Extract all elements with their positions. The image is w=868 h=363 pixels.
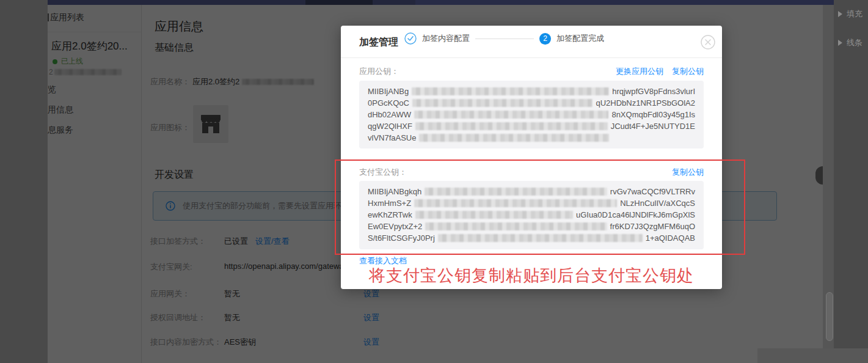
step-connector [475,38,534,39]
copy-app-key-link[interactable]: 复制公钥 [672,66,704,77]
redacted-block [419,134,609,142]
step1-check-icon [404,32,417,45]
triangle-expand-icon [838,11,842,17]
key-text: vlVN7faASUe [368,132,416,144]
topbar-segment-light [415,0,834,5]
key-text: JCudt4F+Je5NUTYD1E [611,120,695,132]
key-text: qU2HDbNz1NR1PSbGOlA2 [596,97,695,109]
modal-title: 加签管理 [359,36,398,49]
modal-header: 加签管理 加签内容配置 2 加签配置完成 [341,26,722,58]
browser-window: 应用列表 应用2.0签约20... 已上线 2 览 用信息 息服务 应用信息 基… [48,0,834,363]
key-text: dHb02AWW [368,109,411,120]
annotation-tool-backdrop: 应用列表 应用2.0签约20... 已上线 2 览 用信息 息服务 应用信息 基… [0,0,868,363]
fill-label: 填充 [847,9,863,20]
step2-label: 加签配置完成 [556,33,604,44]
tool-panel-line[interactable]: 线条 [838,37,863,48]
key-text: MIIBIjANBg [368,86,409,97]
key-text: qgW2QlHXF [368,120,412,132]
change-app-key-link[interactable]: 更换应用公钥 [616,66,663,77]
scrollbar-thumb[interactable] [826,292,833,341]
step2-badge: 2 [539,33,551,45]
key-text: hrqjwpfGV8pFdns3vlurI [612,86,695,97]
step-indicator: 加签内容配置 2 加签配置完成 [404,32,604,45]
red-highlight-rect [335,160,745,255]
tool-panel-fill[interactable]: 填充 [838,9,863,20]
key-text: 8nXQmqbFdl03y45g1Is [611,109,695,120]
app-key-label: 应用公钥： [359,66,399,77]
browser-topbar [48,0,834,5]
red-annotation-caption: 将支付宝公钥复制粘贴到后台支付宝公钥处 [329,265,734,287]
line-label: 线条 [847,37,863,48]
app-key-textarea[interactable]: MIIBIjANBghrqjwpfGV8pFdns3vlurI 0PGcKQoC… [359,81,704,148]
key-text: 0PGcKQoC [368,97,409,109]
close-icon[interactable] [700,34,716,50]
tool-tooltip-panel [757,348,868,363]
floating-helper-button[interactable] [815,166,823,185]
topbar-segment-dark [305,0,373,5]
redacted-block [412,87,609,95]
triangle-expand-icon [838,40,842,46]
step1-label: 加签内容配置 [422,33,470,44]
redacted-block [415,122,608,130]
redacted-block [412,99,593,107]
redacted-block [414,111,608,119]
app-key-row: 应用公钥： 更换应用公钥 复制公钥 [359,66,704,77]
